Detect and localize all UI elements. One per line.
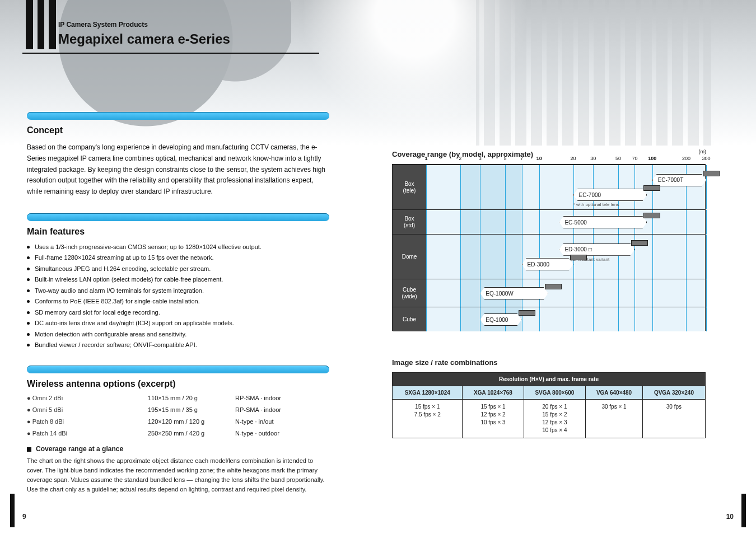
size-cell: 20 fps × 1 15 fps × 2 12 fps × 3 10 fps … [524, 400, 586, 438]
chart-row: CubeEQ-1000 [393, 307, 705, 331]
chart-row: Box (tele)EC-7000TEC-7000* with optional… [393, 165, 705, 209]
size-col-header: SVGA 800×600 [524, 386, 586, 400]
feature-text: DC auto-iris lens drive and day/night (I… [35, 320, 234, 326]
antenna-label: ● Patch 8 dBi [27, 417, 144, 427]
bullet-icon [27, 333, 30, 336]
x-tick: 200 [682, 156, 690, 161]
feature-text: Uses a 1/3-inch progressive-scan CMOS se… [35, 243, 262, 250]
section-heading: Wireless antenna options (excerpt) [27, 379, 329, 389]
size-table-block: Image size / rate combinations Resolutio… [392, 358, 706, 438]
antenna-label: ● Omni 2 dBi [27, 394, 144, 403]
camera-icon [643, 213, 660, 218]
bullet-icon [27, 256, 30, 259]
coverage-band: EC-7000T [652, 174, 706, 186]
section-antenna: Wireless antenna options (excerpt) ● Omn… [27, 366, 329, 494]
coverage-band: ED-3000 [522, 258, 573, 270]
x-tick: 7 [520, 156, 523, 161]
section-concept: Concept Based on the company's long expe… [27, 112, 329, 198]
coverage-band: EQ-1000 [480, 313, 521, 326]
page-title: Megapixel camera e-Series [58, 31, 230, 47]
feature-text: Two-way audio and alarm I/O terminals fo… [35, 287, 204, 294]
feature-text: Bundled viewer / recorder software; ONVI… [35, 341, 197, 348]
section-body: Based on the company's long experience i… [27, 142, 329, 198]
feature-text: Simultaneous JPEG and H.264 encoding, se… [35, 265, 211, 272]
camera-icon [519, 310, 535, 316]
bullet-icon [27, 344, 30, 346]
x-tick: 30 [590, 156, 596, 161]
size-col-header: SXGA 1280×1024 [393, 386, 463, 400]
page-edge [10, 494, 15, 527]
antenna-dims: 110×15 mm / 20 g [148, 394, 232, 403]
bullet-icon [27, 311, 30, 314]
feature-item: Motion detection with configurable areas… [27, 330, 329, 339]
x-tick: 3 [479, 156, 482, 161]
camera-icon [703, 171, 720, 176]
chart-row-label: Box (std) [393, 210, 426, 234]
coverage-band-label: EQ-1000 [480, 317, 514, 323]
x-axis-unit: (m) [699, 149, 707, 154]
coverage-chart: 123571020305070100200300 (m) Box (tele)E… [392, 164, 706, 331]
feature-text: SD memory card slot for local edge recor… [35, 309, 160, 316]
antenna-row: ● Omni 2 dBi110×15 mm / 20 gRP-SMA · ind… [27, 394, 329, 403]
coverage-band-label: EQ-1000W [480, 291, 519, 297]
feature-item: SD memory card slot for local edge recor… [27, 308, 329, 317]
chart-row: Box (std)EC-5000 [393, 209, 705, 234]
section-pill [27, 112, 329, 120]
camera-icon [631, 240, 648, 246]
size-cell: 15 fps × 1 12 fps × 2 10 fps × 3 [463, 400, 524, 438]
chart-row-label: Cube (wide) [393, 279, 426, 307]
coverage-band-label: ED-3000 □ [559, 246, 597, 252]
x-tick: 300 [702, 156, 710, 161]
coverage-band-label: EC-5000 [559, 219, 592, 226]
antenna-row: ● Patch 14 dBi250×250 mm / 420 gN-type ·… [27, 429, 329, 438]
coverage-band-label: EC-7000 [573, 192, 606, 198]
size-cell: 30 fps × 1 [586, 400, 643, 438]
bullet-icon [27, 289, 30, 292]
x-tick: 70 [632, 156, 637, 161]
bullet-icon [27, 278, 30, 281]
size-table-title: Image size / rate combinations [392, 358, 706, 367]
section-heading: Concept [27, 125, 329, 135]
feature-item: Two-way audio and alarm I/O terminals fo… [27, 286, 329, 296]
bullet-icon [27, 322, 30, 325]
chart-row: DomeED-3000 □□ vandal-resistant variantE… [393, 234, 705, 279]
x-tick: 10 [536, 156, 542, 161]
coverage-note: * with optional tele lens [573, 202, 619, 207]
x-tick: 20 [571, 156, 576, 161]
x-tick: 100 [648, 156, 656, 161]
left-column: Concept Based on the company's long expe… [27, 112, 329, 510]
logo-stripes [26, 0, 56, 49]
x-axis-ticks: 123571020305070100200300 [426, 156, 705, 163]
section-heading: Main features [27, 227, 329, 237]
size-table-group-header: Resolution (H×V) and max. frame rate [393, 373, 706, 386]
antenna-conn: N-type · outdoor [235, 429, 314, 438]
feature-item: DC auto-iris lens drive and day/night (I… [27, 318, 329, 328]
size-cell: 30 fps [642, 400, 705, 438]
x-tick: 5 [504, 156, 507, 161]
coverage-band: EQ-1000W [480, 287, 548, 299]
antenna-conn: N-type · in/out [235, 417, 314, 427]
antenna-label: ● Patch 14 dBi [27, 429, 144, 438]
antenna-conn: RP-SMA · indoor [235, 405, 314, 415]
feature-item: Full-frame 1280×1024 streaming at up to … [27, 253, 329, 263]
bullet-body: The chart on the right shows the approxi… [27, 456, 329, 494]
coverage-band: EC-5000 [559, 216, 647, 228]
coverage-band: ED-3000 □ [559, 243, 634, 256]
antenna-dims: 250×250 mm / 420 g [148, 429, 232, 438]
antenna-table: ● Omni 2 dBi110×15 mm / 20 gRP-SMA · ind… [27, 394, 329, 438]
bullet-icon [27, 246, 30, 249]
x-tick: 1 [424, 156, 427, 161]
chart-row-label: Dome [393, 235, 426, 279]
square-bullet-icon [27, 447, 31, 452]
camera-icon [545, 284, 562, 289]
feature-item: Built-in wireless LAN option (select mod… [27, 275, 329, 284]
section-features: Main features Uses a 1/3-inch progressiv… [27, 213, 329, 350]
bullet-title: Coverage range at a glance [36, 445, 123, 453]
chart-row-label: Cube [393, 307, 426, 331]
category-label: IP Camera System Products [58, 21, 148, 29]
coverage-band: EC-7000 [573, 189, 647, 201]
size-col-header: XGA 1024×768 [463, 386, 524, 400]
right-column: Coverage range (by model, approximate) 1… [392, 150, 711, 331]
coverage-band-label: ED-3000 [522, 261, 555, 268]
section-pill [27, 366, 329, 373]
